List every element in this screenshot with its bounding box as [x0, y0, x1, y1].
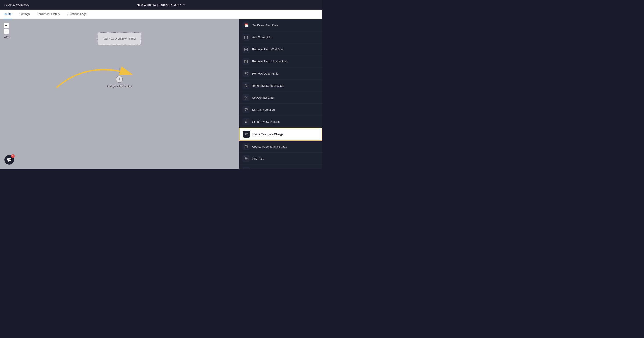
edit-title-icon[interactable]: ✎	[183, 3, 186, 6]
sidebar-item-send-internal-notification[interactable]: Send Internal Notification	[239, 80, 322, 92]
sidebar-item-add-task[interactable]: Add Task	[239, 152, 322, 164]
stripe-one-time-charge-label: Stripe One Time Charge	[253, 132, 318, 136]
add-action-area: + Add your first action	[107, 68, 132, 88]
tab-settings[interactable]: Settings	[19, 10, 30, 19]
add-task-label: Add Task	[252, 157, 318, 160]
back-to-workflows-link[interactable]: ‹ Back to Workflows	[4, 3, 29, 6]
workflow-title: New Workflow : 1688527423147 ✎	[137, 3, 186, 6]
app-header: ‹ Back to Workflows New Workflow : 16885…	[0, 0, 322, 10]
workflow-trigger-box[interactable]: Add New Workflow Trigger	[98, 32, 141, 45]
ai-appointment-booking-bot-icon	[242, 167, 250, 169]
send-review-request-icon	[242, 118, 250, 125]
send-internal-notification-label: Send Internal Notification	[252, 84, 318, 87]
add-task-icon	[242, 155, 250, 162]
sidebar-item-update-appointment-status[interactable]: Update Appointment Status	[239, 140, 322, 152]
ai-appointment-booking-bot-label: AI Appointment Booking Bot	[252, 169, 318, 169]
set-contact-dnd-label: Set Contact DND	[252, 96, 318, 99]
back-label: Back to Workflows	[6, 3, 29, 6]
workflow-canvas[interactable]: + − 100% Add New Workflow Trigger + Add …	[0, 19, 239, 169]
add-action-label: Add your first action	[107, 84, 132, 88]
set-contact-dnd-icon	[242, 94, 250, 101]
add-to-workflow-label: Add To Workflow	[252, 36, 318, 39]
sidebar-item-set-event-start-date[interactable]: 📅 Set Event Start Date	[239, 19, 322, 31]
zoom-level: 100%	[4, 36, 10, 38]
sidebar-item-edit-conversation[interactable]: Edit Conversation	[239, 104, 322, 116]
tab-builder[interactable]: Builder	[4, 10, 12, 19]
sidebar-item-add-to-workflow[interactable]: Add To Workflow	[239, 31, 322, 44]
sidebar-item-ai-appointment-booking-bot[interactable]: AI Appointment Booking Bot	[239, 164, 322, 169]
remove-opportunity-icon	[242, 70, 250, 77]
chat-badge: 7	[11, 154, 15, 158]
remove-opportunity-label: Remove Opportunity	[252, 72, 318, 75]
add-to-workflow-icon	[242, 34, 250, 41]
connector-line	[119, 68, 120, 74]
title-text: New Workflow : 1688527423147	[137, 3, 181, 6]
zoom-controls: + − 100%	[4, 23, 10, 38]
set-event-start-date-label: Set Event Start Date	[252, 24, 318, 27]
actions-sidebar: 📅 Set Event Start Date Add To Workflow R…	[239, 19, 322, 169]
zoom-out-button[interactable]: −	[4, 29, 9, 34]
send-review-request-label: Send Review Request	[252, 120, 318, 124]
sidebar-item-stripe-one-time-charge[interactable]: Stripe One Time Charge	[239, 128, 322, 140]
sidebar-item-send-review-request[interactable]: Send Review Request	[239, 116, 322, 128]
sidebar-item-remove-from-all-workflows[interactable]: Remove From All Workflows	[239, 56, 322, 68]
edit-conversation-label: Edit Conversation	[252, 108, 318, 111]
remove-from-workflow-icon	[242, 46, 250, 53]
tabs-bar: Builder Settings Enrollment History Exec…	[0, 10, 322, 19]
send-internal-notification-icon	[242, 82, 250, 89]
remove-from-all-workflows-icon	[242, 58, 250, 65]
back-arrow-icon: ‹	[4, 3, 4, 6]
set-event-start-date-icon: 📅	[242, 22, 250, 29]
edit-conversation-icon	[242, 106, 250, 113]
remove-from-all-workflows-label: Remove From All Workflows	[252, 60, 318, 63]
chat-icon: 💬	[7, 158, 12, 162]
sidebar-item-remove-from-workflow[interactable]: Remove From Workflow	[239, 44, 322, 56]
update-appointment-status-label: Update Appointment Status	[252, 145, 318, 148]
update-appointment-status-icon	[242, 143, 250, 150]
svg-point-8	[245, 157, 248, 160]
trigger-box-label: Add New Workflow Trigger	[102, 37, 136, 40]
tab-enrollment-history[interactable]: Enrollment History	[36, 10, 60, 19]
sidebar-item-remove-opportunity[interactable]: Remove Opportunity	[239, 68, 322, 80]
tab-execution-logs[interactable]: Execution Logs	[67, 10, 86, 19]
main-layout: + − 100% Add New Workflow Trigger + Add …	[0, 19, 322, 169]
svg-rect-6	[246, 134, 246, 135]
stripe-one-time-charge-icon	[243, 131, 250, 138]
add-action-button[interactable]: +	[116, 76, 123, 83]
zoom-in-button[interactable]: +	[4, 23, 9, 28]
remove-from-workflow-label: Remove From Workflow	[252, 48, 318, 51]
sidebar-item-set-contact-dnd[interactable]: Set Contact DND	[239, 92, 322, 104]
svg-rect-5	[245, 133, 248, 135]
chat-widget[interactable]: 💬 7	[4, 155, 14, 164]
